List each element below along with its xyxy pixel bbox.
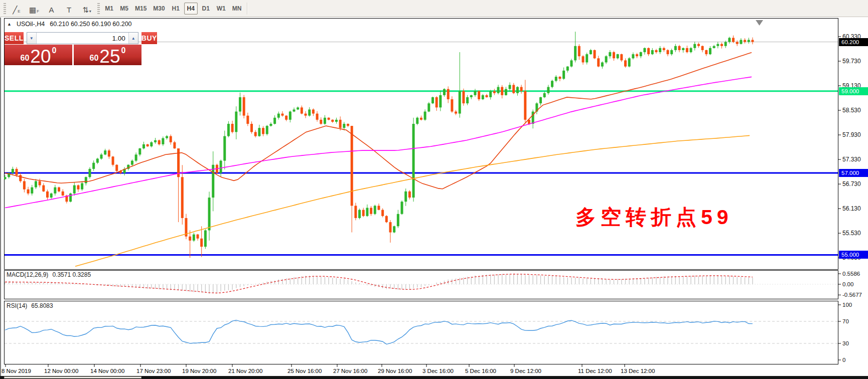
candle-body <box>594 50 596 58</box>
timeframe-m30[interactable]: M30 <box>151 3 167 15</box>
collapse-arrow-icon[interactable]: ▲ <box>7 22 12 27</box>
buy-price-button[interactable]: 60 25 0 <box>74 45 141 65</box>
candle-body <box>297 107 299 109</box>
candle-body <box>138 148 141 154</box>
candle-body <box>81 183 83 189</box>
text-label-icon[interactable]: A <box>44 2 60 15</box>
candle-body <box>640 52 642 56</box>
sell-price-button[interactable]: 60 20 0 <box>5 45 72 65</box>
candle-body <box>23 181 26 189</box>
candle-body <box>470 95 473 97</box>
candle-body <box>501 87 503 95</box>
buy-price-big: 25 <box>99 49 120 64</box>
candle-body <box>370 208 372 214</box>
candle-body <box>570 60 572 66</box>
candle-body <box>324 118 326 124</box>
candle-body <box>154 140 157 142</box>
candle-body <box>697 44 700 46</box>
candle-body <box>19 175 22 181</box>
arrows-icon[interactable]: ⇅▾ <box>79 2 95 15</box>
timeframe-h1[interactable]: H1 <box>169 3 183 15</box>
candle-body <box>262 128 264 134</box>
volume-input[interactable] <box>37 33 128 44</box>
candle-body <box>424 112 426 120</box>
toolbar-grip-2[interactable] <box>97 3 100 14</box>
candle-body <box>343 124 345 128</box>
timeframe-w1[interactable]: W1 <box>214 3 228 15</box>
equidistant-channel-icon[interactable]: ╱E <box>9 2 25 15</box>
candle-body <box>381 210 384 216</box>
rsi-panel <box>5 301 838 364</box>
candle-body <box>459 91 461 114</box>
candle-body <box>231 124 234 132</box>
candle-body <box>748 40 750 42</box>
candle-body <box>131 161 133 165</box>
chart-text-annotation[interactable]: 多空转折点59 <box>575 204 733 231</box>
candle-body <box>666 50 669 54</box>
candle-body <box>590 50 592 54</box>
price-tick-label: 58.530 <box>842 107 861 114</box>
candle-body <box>455 112 457 114</box>
timeframe-m1[interactable]: M1 <box>102 3 116 15</box>
timeframe-m15[interactable]: M15 <box>132 3 149 15</box>
timeframe-m5[interactable]: M5 <box>117 3 131 15</box>
candle-body <box>77 185 79 189</box>
timeframe-mn[interactable]: MN <box>230 3 244 15</box>
text-box-icon[interactable]: T <box>61 2 77 15</box>
fibonacci-grid-icon[interactable]: ▦F <box>26 2 42 15</box>
candle-body <box>493 91 496 93</box>
volume-decrease-button[interactable]: ▼ <box>27 33 37 44</box>
volume-increase-button[interactable]: ▲ <box>128 33 138 44</box>
toolbar: ╱E▦FAT⇅▾ M1M5M15M30H1H4D1W1MN <box>0 0 868 17</box>
candle-body <box>497 87 500 93</box>
candle-body <box>166 136 168 138</box>
candle-body <box>147 144 149 146</box>
candle-body <box>705 50 707 54</box>
candle-body <box>605 56 608 62</box>
candle-body <box>547 87 549 93</box>
candle-body <box>617 54 619 58</box>
candle-body <box>609 52 611 56</box>
candle-body <box>389 222 392 232</box>
candle-body <box>632 54 634 58</box>
candle-body <box>436 97 438 107</box>
macd-label: MACD(12,26,9) 0.3571 0.3285 <box>7 271 91 278</box>
candle-body <box>305 114 307 116</box>
candle-body <box>509 85 511 89</box>
candle-body <box>88 169 91 177</box>
candle-body <box>170 136 172 142</box>
candle-body <box>655 50 657 52</box>
symbol-name: USOil-,H4 <box>17 21 45 28</box>
candle-body <box>555 77 557 81</box>
sell-button[interactable]: SELL <box>5 32 24 44</box>
window-left-gap <box>1 18 4 376</box>
price-tick-label: 57.930 <box>842 131 861 138</box>
candle-body <box>366 208 368 216</box>
toolbar-grip[interactable] <box>4 3 6 14</box>
buy-button[interactable]: BUY <box>141 32 157 44</box>
timeframe-d1[interactable]: D1 <box>199 3 213 15</box>
candle-body <box>320 120 322 124</box>
candle-body <box>223 136 226 161</box>
time-axis-label: 27 Nov 16:00 <box>333 368 367 374</box>
price-tick-label: 59.730 <box>842 58 861 65</box>
candle-body <box>331 120 334 122</box>
bottom-window-fragment <box>4 376 141 378</box>
candle-body <box>716 44 719 46</box>
toolbar-separator <box>247 3 247 15</box>
candle-body <box>439 95 442 108</box>
candle-body <box>597 58 600 66</box>
candle-body <box>516 87 519 93</box>
candle-body <box>73 185 76 194</box>
candle-body <box>277 114 280 118</box>
candle-body <box>725 42 727 46</box>
candle-body <box>301 107 303 113</box>
time-axis-label: 21 Nov 20:00 <box>228 368 262 374</box>
macd-axis-label: -0.5677 <box>842 292 862 298</box>
timeframe-h4[interactable]: H4 <box>184 3 198 15</box>
drawing-tools-group: ╱E▦FAT⇅▾ <box>9 2 95 15</box>
candle-body <box>551 81 553 87</box>
candle-body <box>42 185 45 192</box>
candle-body <box>96 158 99 162</box>
price-tick-label: 55.530 <box>842 230 861 237</box>
